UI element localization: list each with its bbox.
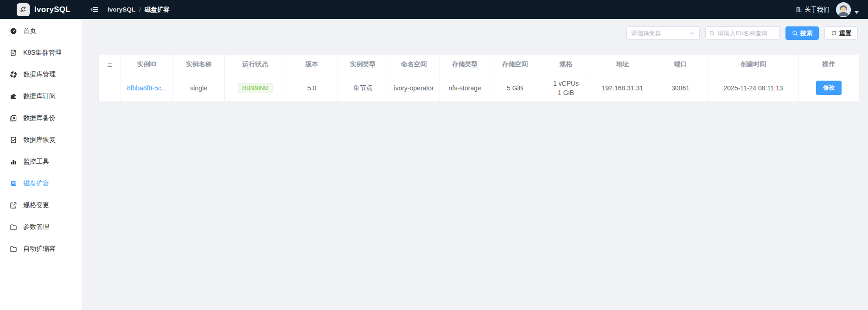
top-bar: IvorySQL IvorySQL / 磁盘扩容 关于我们 [0, 0, 868, 19]
chevron-down-icon[interactable] [855, 11, 859, 14]
column-header-status: 运行状态 [225, 55, 286, 74]
namespace-cell: ivory-operator [388, 74, 440, 102]
sidebar-item-label: K8S集群管理 [23, 49, 61, 57]
sidebar-item-label: 数据库订阅 [23, 92, 56, 101]
spec-cpu: 1 vCPUs [540, 79, 592, 88]
sidebar-item-database-manage[interactable]: 数据库管理 [0, 63, 82, 85]
filter-bar: 请选择集群 搜索 重置 [626, 26, 858, 40]
restore-icon [10, 136, 17, 144]
column-header-namespace: 命名空间 [388, 55, 440, 74]
breadcrumb: IvorySQL / 磁盘扩容 [108, 6, 170, 14]
chevron-down-icon [689, 31, 695, 36]
search-box [705, 26, 780, 40]
column-header-created-at: 创建时间 [708, 55, 799, 74]
folder-icon [10, 223, 17, 231]
created-at-cell: 2025-11-24 08:11:13 [708, 74, 799, 102]
spec-change-icon [10, 202, 17, 209]
disk-expand-icon [10, 180, 17, 187]
breadcrumb-root[interactable]: IvorySQL [108, 6, 135, 13]
version-cell: 5.0 [286, 74, 338, 102]
column-header-actions: 操作 [799, 55, 859, 74]
drag-handle-column-header [99, 55, 121, 74]
column-header-port: 端口 [653, 55, 708, 74]
reset-button[interactable]: 重置 [824, 26, 858, 40]
instance-type-cell: 单节点 [338, 74, 388, 102]
storage-type-cell: nfs-storage [440, 74, 490, 102]
sidebar-item-k8s-clusters[interactable]: K8S集群管理 [0, 42, 82, 63]
address-cell: 192.168.31.31 [592, 74, 653, 102]
folder-icon [10, 245, 17, 253]
sidebar-item-label: 自动扩缩容 [23, 245, 56, 253]
app-logo[interactable]: IvorySQL [0, 3, 82, 16]
breadcrumb-separator: / [139, 6, 141, 13]
sidebar-item-database-backup[interactable]: 数据库备份 [0, 107, 82, 129]
sidebar-item-label: 参数管理 [23, 223, 49, 231]
spec-cell: 1 vCPUs 1 GiB [540, 74, 592, 102]
modify-button[interactable]: 修改 [816, 81, 842, 95]
sidebar-item-label: 磁盘扩容 [23, 179, 49, 188]
about-us-link[interactable]: 关于我们 [796, 6, 830, 14]
menu-fold-icon[interactable] [89, 4, 100, 15]
column-header-instance-type: 实例类型 [338, 55, 388, 74]
sidebar-item-label: 数据库备份 [23, 114, 56, 122]
instances-table: 实例ID 实例名称 运行状态 版本 实例类型 命名空间 存储类型 存储空间 规格… [98, 55, 859, 102]
avatar-person-icon [836, 2, 851, 17]
instance-id-link[interactable]: 8fbba8f8-5c... [127, 84, 167, 92]
sidebar: 首页 K8S集群管理 数据库管理 数据库订阅 数据库备份 数据库恢复 [0, 19, 82, 310]
column-header-storage-size: 存储空间 [490, 55, 540, 74]
column-header-version: 版本 [286, 55, 338, 74]
cluster-select[interactable]: 请选择集群 [626, 26, 700, 40]
user-avatar[interactable] [836, 2, 851, 17]
sidebar-item-auto-scale[interactable]: 自动扩缩容 [0, 238, 82, 259]
app-title: IvorySQL [34, 5, 70, 14]
about-us-label: 关于我们 [804, 6, 830, 14]
ivorysql-elephant-logo-icon [17, 3, 30, 16]
dashboard-icon [10, 27, 17, 35]
column-header-instance-id: 实例ID [121, 55, 173, 74]
column-header-storage-type: 存储类型 [440, 55, 490, 74]
drag-handle-icon [107, 62, 113, 68]
search-input[interactable] [717, 30, 776, 37]
topbar-right: 关于我们 [796, 2, 859, 17]
cluster-select-placeholder: 请选择集群 [631, 29, 689, 38]
storage-size-cell: 5 GiB [490, 74, 540, 102]
table-header-row: 实例ID 实例名称 运行状态 版本 实例类型 命名空间 存储类型 存储空间 规格… [99, 55, 859, 74]
sidebar-item-monitor-tools[interactable]: 监控工具 [0, 151, 82, 172]
search-button[interactable]: 搜索 [785, 26, 819, 40]
cluster-icon [10, 49, 17, 57]
search-icon [709, 30, 715, 36]
column-header-instance-name: 实例名称 [173, 55, 225, 74]
sidebar-item-disk-expansion[interactable]: 磁盘扩容 [0, 172, 82, 194]
sidebar-item-parameter-manage[interactable]: 参数管理 [0, 216, 82, 238]
backup-icon [10, 114, 17, 122]
sidebar-item-spec-change[interactable]: 规格变更 [0, 194, 82, 216]
search-button-label: 搜索 [800, 29, 812, 38]
column-header-address: 地址 [592, 55, 653, 74]
subscription-icon [10, 93, 17, 100]
database-manage-icon [10, 71, 17, 78]
reset-button-label: 重置 [839, 29, 851, 38]
sidebar-item-label: 规格变更 [23, 201, 49, 209]
instance-name-cell: single [173, 74, 225, 102]
search-icon [792, 30, 798, 36]
column-header-spec: 规格 [540, 55, 592, 74]
monitor-icon [10, 158, 17, 165]
spec-memory: 1 GiB [540, 88, 592, 97]
breadcrumb-current: 磁盘扩容 [145, 6, 170, 14]
refresh-icon [831, 30, 837, 36]
building-icon [796, 6, 802, 13]
sidebar-item-database-restore[interactable]: 数据库恢复 [0, 129, 82, 151]
drag-handle-cell [99, 74, 121, 102]
sidebar-item-label: 监控工具 [23, 158, 49, 166]
sidebar-item-label: 首页 [23, 27, 36, 35]
sidebar-item-database-subscribe[interactable]: 数据库订阅 [0, 85, 82, 107]
sidebar-item-label: 数据库恢复 [23, 136, 56, 144]
main-content: 请选择集群 搜索 重置 [82, 19, 868, 310]
table-row: 8fbba8f8-5c... single RUNNING 5.0 单节点 iv… [99, 74, 859, 102]
sidebar-item-home[interactable]: 首页 [0, 20, 82, 42]
sidebar-item-label: 数据库管理 [23, 70, 56, 79]
status-badge: RUNNING [238, 83, 273, 93]
port-cell: 30061 [653, 74, 708, 102]
